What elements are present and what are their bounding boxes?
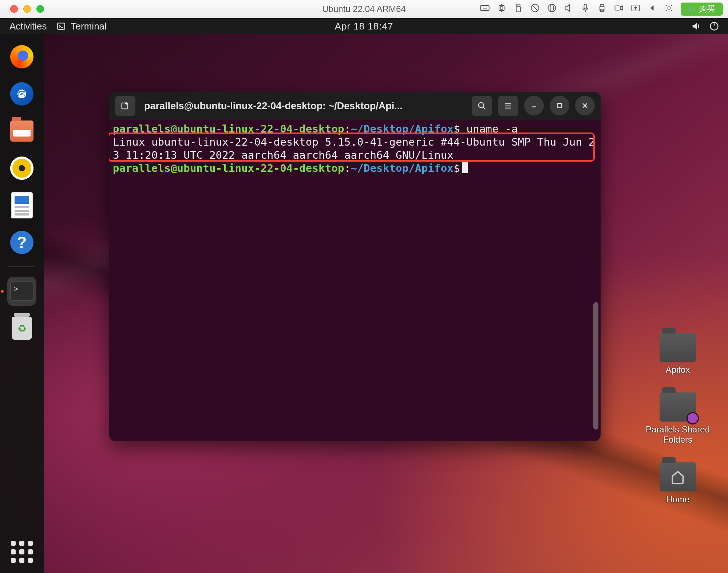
prompt-sep: : — [344, 162, 351, 174]
clock[interactable]: Apr 18 18:47 — [0, 21, 728, 32]
desktop-folder-apifox[interactable]: Apifox — [660, 333, 696, 375]
terminal-line-1: parallels@ubuntu-linux-22-04-desktop:~/D… — [113, 122, 597, 135]
dock-libreoffice-writer[interactable] — [7, 191, 36, 220]
rhythmbox-icon — [10, 157, 33, 180]
terminal-cursor — [462, 162, 468, 173]
svg-rect-24 — [615, 6, 621, 10]
dock-terminal[interactable] — [7, 277, 36, 306]
dock-rhythmbox[interactable] — [7, 154, 36, 183]
power-icon — [709, 21, 719, 31]
minimize-button[interactable] — [524, 96, 544, 115]
prompt-path: ~/Desktop/Apifox — [351, 162, 454, 174]
mac-traffic-lights — [0, 5, 44, 13]
terminal-title: parallels@ubuntu-linux-22-04-desktop: ~/… — [141, 100, 467, 112]
desktop-folder-parallels-shared[interactable]: Parallels Shared Folders — [638, 392, 718, 445]
terminal-appmenu-icon — [56, 21, 66, 31]
share-icon[interactable] — [630, 3, 641, 15]
help-icon: ? — [10, 231, 33, 254]
mic-icon[interactable] — [580, 3, 590, 15]
wallpaper: Apifox Parallels Shared Folders Home par… — [0, 34, 728, 573]
svg-rect-21 — [599, 7, 605, 10]
app-menu[interactable]: Terminal — [56, 21, 107, 32]
back-arrow-icon[interactable] — [647, 3, 657, 15]
terminal-output: Linux ubuntu-linux-22-04-desktop 5.15.0-… — [113, 135, 597, 162]
svg-rect-39 — [557, 103, 562, 108]
terminal-window: parallels@ubuntu-linux-22-04-desktop: ~/… — [109, 92, 601, 441]
volume-icon — [691, 21, 701, 31]
dock-help[interactable]: ? — [7, 228, 36, 257]
prompt-symbol: $ — [454, 123, 460, 135]
prompt-sep: : — [344, 123, 351, 135]
svg-rect-19 — [584, 4, 587, 9]
system-status-area[interactable] — [691, 21, 728, 31]
folder-icon — [660, 333, 696, 362]
folder-shared-icon — [660, 392, 696, 422]
folder-home-icon — [660, 462, 696, 491]
svg-rect-27 — [58, 23, 65, 29]
terminal-icon — [10, 281, 33, 301]
parallels-titlebar: Ubuntu 22.04 ARM64 购买 — [0, 0, 728, 18]
camera-icon[interactable] — [614, 3, 624, 15]
terminal-line-3: parallels@ubuntu-linux-22-04-desktop:~/D… — [113, 162, 597, 175]
prompt-symbol: $ — [454, 162, 460, 174]
terminal-command: uname -a — [466, 123, 518, 135]
ubuntu-dock: ? — [0, 34, 44, 573]
buy-button[interactable]: 购买 — [681, 3, 723, 16]
prompt-user: parallels@ubuntu-linux-22-04-desktop — [113, 162, 344, 174]
gear-icon[interactable] — [664, 3, 674, 15]
menu-button[interactable] — [498, 96, 518, 116]
show-applications-button[interactable] — [11, 541, 33, 563]
svg-rect-6 — [499, 5, 504, 11]
svg-rect-12 — [517, 4, 520, 7]
prompt-user: parallels@ubuntu-linux-22-04-desktop — [113, 123, 344, 135]
svg-line-15 — [532, 5, 538, 11]
thunderbird-icon — [10, 82, 33, 106]
buy-button-label: 购买 — [699, 4, 715, 15]
desktop-icons: Apifox Parallels Shared Folders Home — [638, 333, 718, 505]
desktop-icon-label: Home — [666, 494, 689, 505]
activities-button[interactable]: Activities — [0, 21, 56, 32]
cpu-icon[interactable] — [496, 3, 507, 15]
usb-icon[interactable] — [513, 3, 523, 15]
firefox-icon — [10, 45, 33, 68]
maximize-icon — [554, 100, 565, 111]
files-icon — [10, 120, 33, 142]
network-off-icon[interactable] — [530, 3, 540, 15]
dock-thunderbird[interactable] — [7, 79, 36, 108]
keyboard-icon[interactable] — [480, 3, 490, 15]
ubuntu-desktop: Activities Terminal Apr 18 18:47 Apifox … — [0, 18, 728, 573]
desktop-icon-label: Apifox — [666, 365, 690, 375]
dock-firefox[interactable] — [7, 42, 36, 71]
svg-rect-7 — [500, 7, 503, 9]
dock-separator — [9, 266, 35, 267]
app-menu-label: Terminal — [71, 21, 107, 32]
svg-point-26 — [668, 7, 670, 9]
prompt-path: ~/Desktop/Apifox — [351, 123, 454, 135]
mac-minimize-button[interactable] — [23, 5, 31, 13]
printer-icon[interactable] — [597, 3, 607, 15]
gnome-top-bar: Activities Terminal Apr 18 18:47 — [0, 18, 728, 34]
hamburger-icon — [503, 101, 513, 111]
svg-point-33 — [479, 103, 484, 108]
search-button[interactable] — [472, 96, 492, 116]
dock-files[interactable] — [7, 116, 36, 146]
svg-rect-0 — [480, 5, 489, 11]
new-tab-button[interactable] — [115, 96, 135, 116]
svg-rect-13 — [516, 7, 521, 12]
close-icon — [580, 100, 590, 111]
desktop-folder-home[interactable]: Home — [660, 462, 696, 505]
terminal-scrollbar[interactable] — [593, 302, 598, 430]
svg-line-34 — [483, 107, 486, 110]
maximize-button[interactable] — [550, 96, 569, 115]
parallels-status-icons: 购买 — [480, 3, 728, 16]
close-button[interactable] — [575, 96, 595, 115]
dock-trash[interactable] — [7, 314, 36, 343]
trash-icon — [12, 317, 32, 340]
desktop-icon-label: Parallels Shared Folders — [638, 424, 718, 445]
mac-close-button[interactable] — [10, 5, 18, 13]
terminal-headerbar: parallels@ubuntu-linux-22-04-desktop: ~/… — [109, 92, 601, 120]
sound-icon[interactable] — [563, 3, 574, 15]
mac-fullscreen-button[interactable] — [36, 5, 44, 13]
globe-icon[interactable] — [547, 3, 557, 15]
terminal-body[interactable]: parallels@ubuntu-linux-22-04-desktop:~/D… — [109, 120, 601, 441]
